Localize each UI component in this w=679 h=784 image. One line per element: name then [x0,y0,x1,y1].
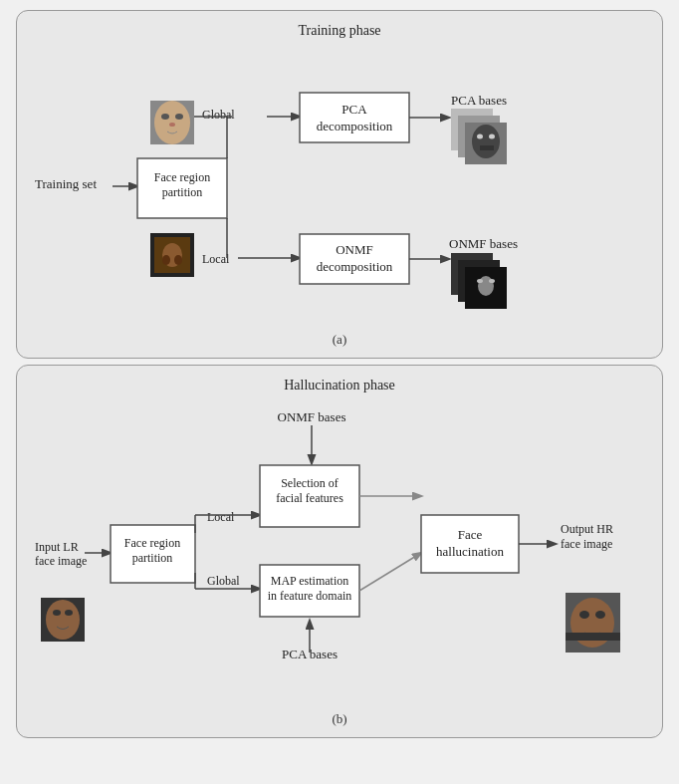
svg-point-47 [53,610,61,616]
svg-text:facial features: facial features [276,491,343,505]
svg-text:Face: Face [458,527,483,542]
svg-text:hallucination: hallucination [436,544,504,559]
svg-point-39 [477,279,483,283]
svg-point-46 [46,600,80,640]
training-phase-container: Training phase Training set Face region … [16,10,663,359]
svg-text:Face region: Face region [124,536,180,550]
svg-point-73 [579,611,589,619]
svg-text:Global: Global [202,108,235,122]
svg-text:partition: partition [162,185,203,199]
svg-point-5 [161,114,169,120]
svg-text:decomposition: decomposition [317,119,393,133]
svg-text:face image: face image [35,554,87,568]
svg-text:face image: face image [561,537,612,551]
svg-point-20 [477,134,483,139]
svg-text:ONMF bases: ONMF bases [278,409,346,424]
svg-rect-22 [480,145,494,150]
training-section-label: (a) [33,332,646,348]
svg-text:decomposition: decomposition [317,259,393,274]
hallucination-phase-label: Hallucination phase [33,378,646,393]
svg-text:in feature domain: in feature domain [268,589,352,603]
svg-point-19 [472,125,500,158]
svg-text:PCA: PCA [341,102,367,117]
svg-text:MAP estimation: MAP estimation [271,574,349,588]
training-phase-label: Training phase [33,23,646,39]
svg-point-48 [65,610,73,616]
svg-text:Selection of: Selection of [281,476,339,490]
svg-point-6 [175,114,183,120]
hallucination-section-label: (b) [33,711,646,727]
training-set-label: Training set [35,176,97,191]
svg-text:ONMF: ONMF [336,242,373,257]
svg-text:Output HR: Output HR [561,522,613,536]
svg-point-7 [169,123,175,127]
svg-text:Input LR: Input LR [35,540,79,554]
hallucination-phase-container: Hallucination phase ONMF bases Input LR … [16,365,663,738]
svg-text:Global: Global [207,574,240,588]
svg-text:partition: partition [132,551,173,565]
svg-point-74 [595,611,605,619]
svg-text:Local: Local [202,252,230,266]
svg-line-63 [359,553,421,591]
svg-point-40 [489,279,495,283]
svg-rect-75 [566,633,620,641]
svg-text:Face region: Face region [154,170,210,184]
svg-text:Local: Local [207,510,235,524]
svg-point-21 [489,134,495,139]
svg-text:PCA bases: PCA bases [451,93,507,108]
svg-point-29 [162,255,170,265]
svg-point-30 [174,255,182,265]
svg-point-38 [478,276,494,296]
training-pca-box [300,93,409,142]
svg-text:ONMF bases: ONMF bases [449,236,518,251]
